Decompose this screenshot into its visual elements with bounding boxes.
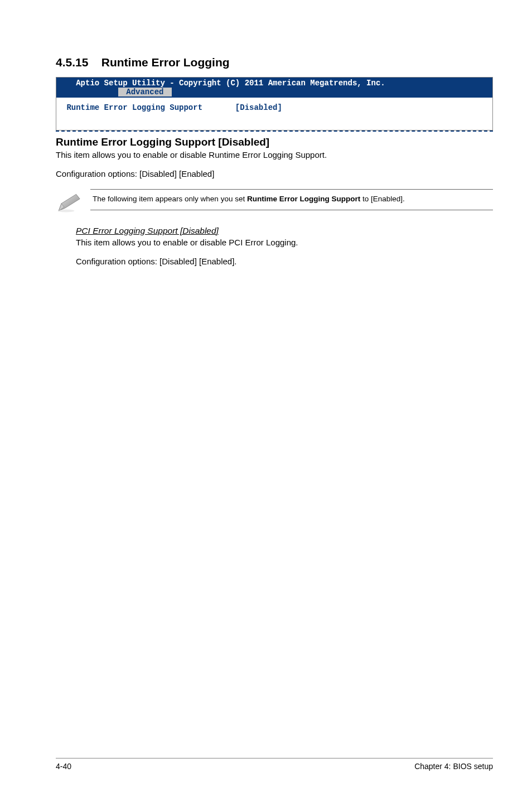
sub-item-block: PCI Error Logging Support [Disabled] Thi… <box>76 226 493 268</box>
section-number: 4.5.15 <box>56 56 88 69</box>
chapter-label: Chapter 4: BIOS setup <box>414 762 493 771</box>
page-footer: 4-40 Chapter 4: BIOS setup <box>0 758 532 771</box>
subsection-desc: This item allows you to enable or disabl… <box>56 149 493 161</box>
bios-header-text: Aptio Setup Utility - Copyright (C) 2011… <box>62 79 385 88</box>
note-text-bold: Runtime Error Logging Support <box>247 195 360 203</box>
note-text-after: to [Enabled]. <box>360 195 405 203</box>
note-block: The following item appears only when you… <box>56 189 493 216</box>
footer-divider <box>56 758 493 758</box>
subsection-heading: Runtime Error Logging Support [Disabled] <box>56 136 493 148</box>
dashed-separator <box>56 131 493 132</box>
pencil-icon <box>56 192 84 214</box>
bios-body: Runtime Error Logging Support [Disabled] <box>56 98 492 130</box>
section-title: Runtime Error Logging <box>101 56 230 69</box>
sub-item-config: Configuration options: [Disabled] [Enabl… <box>76 256 493 267</box>
page-number: 4-40 <box>56 762 71 771</box>
sub-item-title: PCI Error Logging Support [Disabled] <box>76 226 493 236</box>
note-text: The following item appears only when you… <box>90 189 493 210</box>
bios-option-value: [Disabled] <box>235 103 282 112</box>
subsection-config: Configuration options: [Disabled] [Enabl… <box>56 168 493 180</box>
bios-tab-pad <box>62 88 118 96</box>
note-text-before: The following item appears only when you… <box>93 195 247 203</box>
bios-tab-advanced: Advanced <box>118 88 172 96</box>
bios-option-label: Runtime Error Logging Support <box>62 103 202 112</box>
sub-item-desc: This item allows you to enable or disabl… <box>76 237 493 248</box>
bios-screenshot: Aptio Setup Utility - Copyright (C) 2011… <box>56 77 493 131</box>
svg-point-2 <box>58 209 75 212</box>
section-heading: 4.5.15 Runtime Error Logging <box>56 56 493 69</box>
note-icon-col <box>56 189 90 216</box>
bios-header: Aptio Setup Utility - Copyright (C) 2011… <box>56 78 492 98</box>
